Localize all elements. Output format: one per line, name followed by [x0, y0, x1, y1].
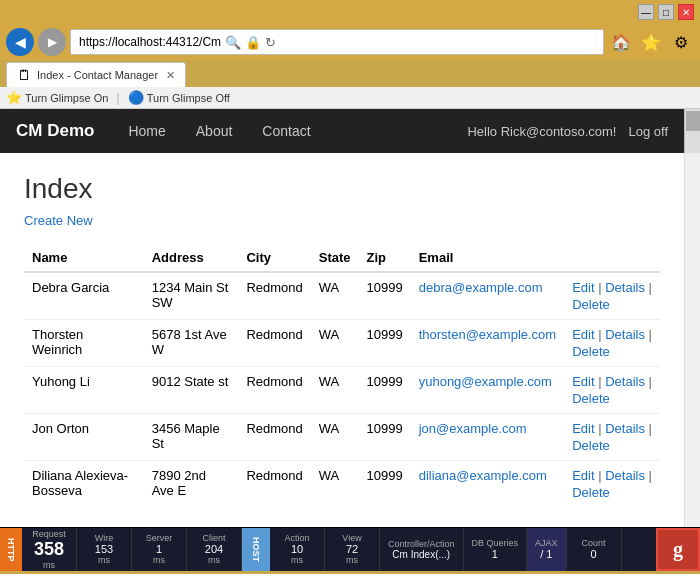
edit-link[interactable]: Edit	[572, 421, 594, 436]
view-value: 72	[346, 543, 358, 555]
nav-right: Hello Rick@contoso.com! Log off	[467, 124, 668, 139]
nav-home[interactable]: Home	[114, 111, 179, 151]
email-link[interactable]: yuhong@example.com	[419, 374, 552, 389]
table-row: Yuhong Li 9012 State st Redmond WA 10999…	[24, 367, 660, 414]
glimpse-count[interactable]: Count 0	[567, 528, 622, 571]
settings-button[interactable]: ⚙	[668, 29, 694, 55]
address-bar-row: ◀ ▶ https://localhost:44312/Cm 🔍 🔒 ↻ 🏠 ⭐…	[0, 24, 700, 60]
wire-unit: ms	[98, 555, 110, 565]
glimpse-server[interactable]: Server 1 ms	[132, 528, 187, 571]
glimpse-db-queries[interactable]: DB Queries 1	[464, 528, 528, 571]
edit-link[interactable]: Edit	[572, 327, 594, 342]
content-scrollbar[interactable]	[684, 153, 700, 527]
details-link[interactable]: Details	[605, 374, 645, 389]
delete-link[interactable]: Delete	[572, 391, 652, 406]
bookmark-glimpse-on[interactable]: ⭐ Turn Glimpse On	[6, 90, 108, 105]
view-unit: ms	[346, 555, 358, 565]
glimpse-action[interactable]: Action 10 ms	[270, 528, 325, 571]
details-link[interactable]: Details	[605, 280, 645, 295]
scroll-thumb[interactable]	[686, 111, 700, 131]
details-link[interactable]: Details	[605, 421, 645, 436]
page-title: Index	[24, 173, 660, 205]
delete-link[interactable]: Delete	[572, 438, 652, 453]
cell-state: WA	[311, 414, 359, 461]
delete-link[interactable]: Delete	[572, 344, 652, 359]
edit-link[interactable]: Edit	[572, 468, 594, 483]
delete-link[interactable]: Delete	[572, 485, 652, 500]
request-unit: ms	[43, 560, 55, 570]
nav-contact[interactable]: Contact	[248, 111, 324, 151]
email-link[interactable]: thorsten@example.com	[419, 327, 556, 342]
contacts-table: Name Address City State Zip Email Debra …	[24, 244, 660, 507]
page-content: Index Create New Name Address City State…	[0, 153, 684, 527]
nav-links: Home About Contact	[114, 111, 324, 151]
address-bar[interactable]: https://localhost:44312/Cm 🔍 🔒 ↻	[70, 29, 604, 55]
minimize-button[interactable]: —	[638, 4, 654, 20]
edit-link[interactable]: Edit	[572, 280, 594, 295]
brand[interactable]: CM Demo	[16, 121, 94, 141]
wire-value: 153	[95, 543, 113, 555]
forward-button[interactable]: ▶	[38, 28, 66, 56]
scrollbar[interactable]	[684, 109, 700, 153]
cell-zip: 10999	[359, 320, 411, 367]
glimpse-ajax[interactable]: AJAX / 1	[527, 528, 567, 571]
details-link[interactable]: Details	[605, 327, 645, 342]
separator: |	[649, 327, 652, 342]
glimpse-view[interactable]: View 72 ms	[325, 528, 380, 571]
bookmark-glimpse-off[interactable]: 🔵 Turn Glimpse Off	[128, 90, 230, 105]
details-link[interactable]: Details	[605, 468, 645, 483]
cell-email: yuhong@example.com	[411, 367, 564, 414]
glimpse-client[interactable]: Client 204 ms	[187, 528, 242, 571]
separator: |	[649, 280, 652, 295]
glimpse-icon-button[interactable]: g	[656, 528, 700, 571]
create-new-link[interactable]: Create New	[24, 213, 660, 228]
action-links: Edit | Details | Delete	[572, 468, 652, 500]
logoff-link[interactable]: Log off	[628, 124, 668, 139]
edit-link[interactable]: Edit	[572, 374, 594, 389]
tab-bar: 🗒 Index - Contact Manager ✕	[0, 60, 700, 87]
search-icon[interactable]: 🔍	[225, 35, 241, 50]
http-label: HTTP	[6, 538, 16, 562]
cell-name: Debra Garcia	[24, 272, 144, 320]
glimpse-controller-action[interactable]: Controller/Action Cm Index(...)	[380, 528, 464, 571]
table-header-row: Name Address City State Zip Email	[24, 244, 660, 272]
col-header-email: Email	[411, 244, 564, 272]
action-label: Action	[284, 534, 309, 543]
back-button[interactable]: ◀	[6, 28, 34, 56]
email-link[interactable]: jon@example.com	[419, 421, 527, 436]
cell-name: Jon Orton	[24, 414, 144, 461]
glimpse-http-label: HTTP	[0, 528, 22, 571]
cell-actions: Edit | Details | Delete	[564, 461, 660, 508]
separator: |	[116, 90, 119, 105]
action-links: Edit | Details | Delete	[572, 374, 652, 406]
cell-state: WA	[311, 367, 359, 414]
cell-zip: 10999	[359, 272, 411, 320]
delete-link[interactable]: Delete	[572, 297, 652, 312]
active-tab[interactable]: 🗒 Index - Contact Manager ✕	[6, 62, 186, 87]
action-value: 10	[291, 543, 303, 555]
col-header-name: Name	[24, 244, 144, 272]
server-label: Server	[146, 534, 173, 543]
glimpse-request[interactable]: Request 358 ms	[22, 528, 77, 571]
separator: |	[649, 421, 652, 436]
email-link[interactable]: diliana@example.com	[419, 468, 547, 483]
server-value: 1	[156, 543, 162, 555]
separator: |	[649, 468, 652, 483]
favorites-button[interactable]: ⭐	[638, 29, 664, 55]
cell-name: Diliana Alexieva-Bosseva	[24, 461, 144, 508]
cell-actions: Edit | Details | Delete	[564, 320, 660, 367]
glimpse-wire[interactable]: Wire 153 ms	[77, 528, 132, 571]
refresh-icon[interactable]: ↻	[265, 35, 276, 50]
controller-action-label: Controller/Action	[388, 540, 455, 549]
bookmark-glimpse-on-label: Turn Glimpse On	[25, 92, 108, 104]
lock-icon: 🔒	[245, 35, 261, 50]
nav-about[interactable]: About	[182, 111, 247, 151]
tab-close-button[interactable]: ✕	[166, 69, 175, 82]
request-label: Request	[32, 530, 66, 539]
close-button[interactable]: ✕	[678, 4, 694, 20]
cell-city: Redmond	[238, 320, 310, 367]
address-bar-icons: 🔍 🔒 ↻	[225, 35, 276, 50]
email-link[interactable]: debra@example.com	[419, 280, 543, 295]
maximize-button[interactable]: □	[658, 4, 674, 20]
home-button[interactable]: 🏠	[608, 29, 634, 55]
